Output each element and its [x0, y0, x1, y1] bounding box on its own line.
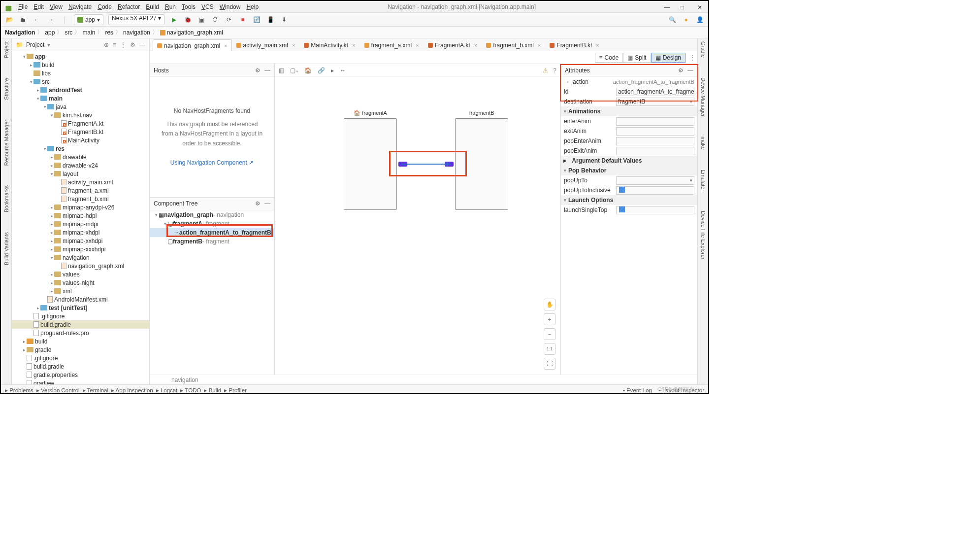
left-gutter-bookmarks[interactable]: Bookmarks [3, 185, 9, 212]
project-panel-title[interactable]: Project [26, 41, 44, 48]
close-tab-icon[interactable]: × [292, 42, 295, 48]
editor-tab[interactable]: navigation_graph.xml× [153, 39, 232, 51]
tree-node[interactable]: gradle.properties [12, 371, 149, 379]
tree-node[interactable]: ▸values [12, 270, 149, 278]
menu-view[interactable]: View [50, 3, 63, 10]
tree-node[interactable]: build.gradle [12, 362, 149, 371]
editor-tab[interactable]: activity_main.xml× [232, 39, 300, 51]
minimize-button[interactable]: — [664, 4, 670, 10]
tree-node[interactable]: ▸drawable [12, 153, 149, 161]
right-gutter-gradle[interactable]: Gradle [700, 41, 706, 58]
tree-node[interactable]: ▸mipmap-xxxhdpi [12, 245, 149, 253]
bottom-tab-version-control[interactable]: ▸ Version Control [36, 387, 80, 393]
menu-file[interactable]: File [18, 3, 28, 10]
tree-node[interactable]: ▾java [12, 103, 149, 111]
tree-node[interactable]: FragmentA.kt [12, 119, 149, 128]
menu-window[interactable]: Window [220, 3, 241, 10]
bottom-tab-logcat[interactable]: ▸ Logcat [156, 387, 178, 393]
tree-node[interactable]: ▾kim.hsl.nav [12, 111, 149, 119]
right-gutter-emulator[interactable]: Emulator [700, 170, 706, 191]
component-tree-fragmentA[interactable]: ▾▢ fragmentA - fragment [150, 219, 274, 228]
zoom-out-button[interactable]: － [544, 328, 555, 340]
attr-popbehavior-section[interactable]: Pop Behavior [561, 166, 697, 175]
tree-node[interactable]: ▸mipmap-xhdpi [12, 228, 149, 237]
ide-updates-button[interactable]: ● [682, 15, 690, 24]
menu-help[interactable]: Help [246, 3, 259, 10]
tree-node[interactable]: proguard-rules.pro [12, 329, 149, 337]
tree-node[interactable]: .gitignore [12, 354, 149, 362]
menu-code[interactable]: Code [98, 3, 112, 10]
tree-node[interactable]: AndroidManifest.xml [12, 295, 149, 304]
editor-tab[interactable]: MainActivity.kt× [299, 39, 359, 51]
save-icon[interactable]: 🖿 [19, 15, 28, 24]
forward-icon[interactable]: → [46, 15, 55, 24]
tree-node[interactable]: ▸drawable-v24 [12, 161, 149, 170]
hosts-settings-icon[interactable]: ⚙ [255, 67, 261, 74]
project-scope-combo[interactable]: 📁 [16, 41, 23, 48]
tree-node[interactable]: activity_main.xml [12, 178, 149, 186]
tree-node[interactable]: navigation_graph.xml [12, 262, 149, 270]
menu-build[interactable]: Build [146, 3, 159, 10]
collapse-all-icon[interactable]: ≡ [113, 41, 116, 48]
tree-node[interactable]: build.gradle [12, 320, 149, 329]
search-everywhere-button[interactable]: 🔍 [668, 15, 677, 24]
component-tree-fragmentB[interactable]: ▢ fragmentB - fragment [150, 237, 274, 246]
component-tree-settings-icon[interactable]: ⚙ [255, 200, 261, 207]
tree-node[interactable]: ▾app [12, 52, 149, 61]
avd-manager-button[interactable]: 📱 [266, 15, 275, 24]
tabs-more-icon[interactable]: ⋮ [689, 54, 695, 61]
locate-in-tree-icon[interactable]: ⊕ [104, 41, 109, 48]
tree-node[interactable]: libs [12, 69, 149, 77]
expand-all-icon[interactable]: ⋮ [120, 41, 126, 48]
menu-vcs[interactable]: VCS [201, 3, 214, 10]
close-button[interactable]: ✕ [697, 4, 703, 10]
left-gutter-build-variants[interactable]: Build Variants [3, 232, 9, 265]
back-icon[interactable]: ← [33, 15, 41, 24]
right-gutter-device-file-explorer[interactable]: Device File Explorer [700, 211, 706, 259]
bottom-tab-problems[interactable]: ▸ Problems [5, 387, 33, 393]
breadcrumb-segment[interactable]: main [82, 29, 95, 36]
left-gutter-resource-manager[interactable]: Resource Manager [3, 120, 9, 166]
run-config-combo[interactable]: app ▾ [74, 14, 103, 25]
editor-tab[interactable]: FragmentB.kt× [545, 39, 603, 51]
menu-refactor[interactable]: Refactor [118, 3, 140, 10]
user-avatar-icon[interactable]: 👤 [695, 15, 704, 24]
project-tree[interactable]: ▾app▸buildlibs▾src▸androidTest▾main▾java… [12, 51, 149, 384]
stop-button[interactable]: ■ [238, 15, 247, 24]
menu-tools[interactable]: Tools [182, 3, 196, 10]
close-tab-icon[interactable]: × [352, 42, 355, 48]
attr-popupto-field[interactable] [616, 176, 694, 185]
run-button[interactable]: ▶ [169, 15, 178, 24]
tree-node[interactable]: MainActivity [12, 136, 149, 144]
right-gutter-device-manager[interactable]: Device Manager [700, 77, 706, 117]
split-mode-button[interactable]: ▥ Split [623, 53, 651, 63]
attr-launchsingletop-field[interactable] [616, 206, 694, 214]
bottom-tab-todo[interactable]: ▸ TODO [180, 387, 201, 393]
breadcrumb-segment[interactable]: Navigation [5, 29, 35, 36]
breadcrumb-segment[interactable]: app [45, 29, 55, 36]
tree-node[interactable]: gradlew [12, 379, 149, 384]
action-arrow[interactable] [401, 164, 451, 165]
attach-debugger-button[interactable]: ⟳ [225, 15, 233, 24]
component-tree-root[interactable]: ▾▦ navigation_graph - navigation [150, 210, 274, 219]
new-dest-icon[interactable]: ▢₊ [290, 67, 298, 74]
tree-node[interactable]: .gitignore [12, 312, 149, 320]
tree-node[interactable]: ▸values-night [12, 278, 149, 287]
fragmentA-node[interactable]: 🏠 fragmentA [344, 118, 397, 210]
tree-node[interactable]: FragmentB.kt [12, 128, 149, 136]
tree-node[interactable]: ▸gradle [12, 345, 149, 354]
close-tab-icon[interactable]: × [416, 42, 419, 48]
sync-gradle-button[interactable]: 🔃 [252, 15, 261, 24]
breadcrumb-segment[interactable]: navigation_graph.xml [160, 29, 223, 36]
component-tree-action[interactable]: → action_fragmentA_to_fragmentB - action [150, 228, 274, 237]
tree-node[interactable]: ▸mipmap-anydpi-v26 [12, 203, 149, 211]
editor-tab[interactable]: fragment_b.xml× [482, 39, 545, 51]
auto-arrange-icon[interactable]: ↔ [340, 67, 346, 74]
settings-icon[interactable]: ⚙ [130, 41, 135, 48]
bottom-tab-build[interactable]: ▸ Build [204, 387, 221, 393]
bottom-tab-profiler[interactable]: ▸ Profiler [224, 387, 247, 393]
attr-exitanim-field[interactable] [616, 127, 694, 136]
tree-node[interactable]: fragment_b.xml [12, 195, 149, 203]
open-icon[interactable]: 📂 [5, 15, 14, 24]
fragmentB-node[interactable]: fragmentB [455, 118, 508, 210]
